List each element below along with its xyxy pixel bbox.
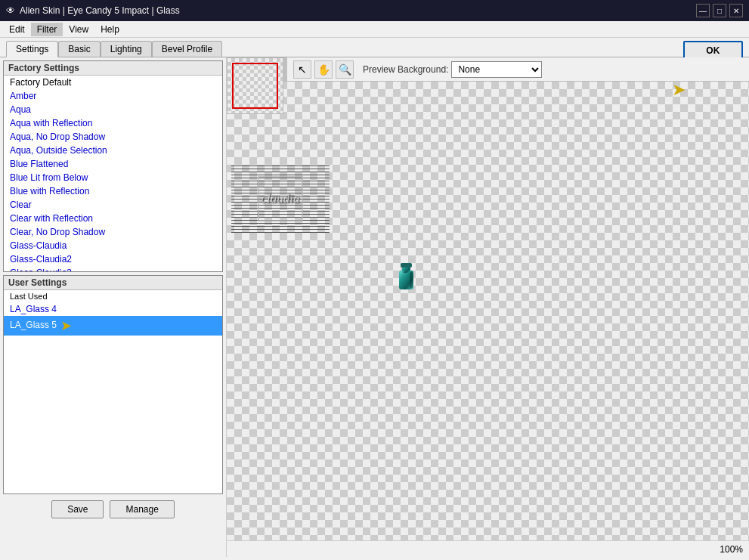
user-settings-header: User Settings <box>4 276 222 290</box>
menu-help[interactable]: Help <box>94 23 125 36</box>
zoom-tool-button[interactable]: 🔍 <box>336 60 354 79</box>
last-used-header: Last Used <box>4 290 222 302</box>
hand-tool-button[interactable]: ✋ <box>314 60 333 79</box>
app-icon: 👁 <box>6 5 15 16</box>
menu-edit[interactable]: Edit <box>3 23 31 36</box>
title-text: Alien Skin | Eye Candy 5 Impact | Glass <box>20 5 180 16</box>
svg-rect-4 <box>410 272 413 288</box>
la-glass5-label: LA_Glass 5 <box>10 320 57 330</box>
cursor-tool-button[interactable]: ↖ <box>293 60 311 79</box>
close-button[interactable]: ✕ <box>729 4 743 17</box>
save-button[interactable]: Save <box>51 500 104 518</box>
bottom-buttons: Save Manage <box>3 497 223 521</box>
list-item-aqua-outside[interactable]: Aqua, Outside Selection <box>4 144 222 157</box>
list-item-clear[interactable]: Clear <box>4 198 222 212</box>
right-panel: ↖ ✋ 🔍 Preview Background: None White Bla… <box>227 57 749 557</box>
right-toolbar: ↖ ✋ 🔍 Preview Background: None White Bla… <box>287 57 749 82</box>
left-panel: Factory Settings Factory Default Amber A… <box>0 57 227 557</box>
list-item-glass-claudia[interactable]: Glass-Claudia <box>4 239 222 252</box>
maximize-button[interactable]: □ <box>713 4 726 17</box>
list-item-blue-lit[interactable]: Blue Lit from Below <box>4 171 222 184</box>
title-bar-controls: — □ ✕ <box>696 4 743 17</box>
menu-view[interactable]: View <box>63 23 94 36</box>
main-content: Factory Settings Factory Default Amber A… <box>0 57 749 557</box>
tab-basic[interactable]: Basic <box>58 41 100 57</box>
list-item-la-glass4[interactable]: LA_Glass 4 <box>4 302 222 316</box>
list-item-aqua[interactable]: Aqua <box>4 103 222 116</box>
menu-bar: Edit Filter View Help <box>0 21 749 38</box>
manage-button[interactable]: Manage <box>110 500 174 518</box>
list-item-blue-reflection[interactable]: Blue with Reflection <box>4 184 222 198</box>
list-item-aqua-no-drop[interactable]: Aqua, No Drop Shadow <box>4 130 222 144</box>
tab-bevel-profile[interactable]: Bevel Profile <box>152 41 222 57</box>
tab-settings[interactable]: Settings <box>6 41 58 57</box>
glass-object <box>393 259 419 295</box>
factory-settings-list[interactable]: Factory Settings Factory Default Amber A… <box>3 60 223 272</box>
zoom-level: 100% <box>720 544 743 555</box>
svg-point-3 <box>400 271 406 281</box>
title-bar-title: 👁 Alien Skin | Eye Candy 5 Impact | Glas… <box>6 5 180 16</box>
minimize-button[interactable]: — <box>696 4 710 17</box>
claudia-watermark: claudia <box>231 165 330 233</box>
title-bar: 👁 Alien Skin | Eye Candy 5 Impact | Glas… <box>0 0 749 21</box>
status-bar: 100% <box>227 540 749 557</box>
user-settings-list[interactable]: User Settings Last Used LA_Glass 4 LA_Gl… <box>3 275 223 494</box>
list-item-la-glass5[interactable]: LA_Glass 5 ➤ <box>4 316 222 336</box>
thumbnail-border <box>232 63 278 109</box>
preview-bg-select[interactable]: None White Black Custom <box>451 61 542 78</box>
menu-filter[interactable]: Filter <box>31 23 63 36</box>
preview-area[interactable]: claudia <box>227 82 749 540</box>
glass-object-svg <box>393 259 419 293</box>
thumbnail-preview <box>227 57 283 114</box>
list-item-glass-claudia3[interactable]: Glass-Claudia3 <box>4 266 222 272</box>
ok-arrow-indicator: ➤ <box>672 80 686 100</box>
list-item-blue-flattened[interactable]: Blue Flattened <box>4 157 222 171</box>
claudia-text: claudia <box>262 191 300 206</box>
preview-bg-label: Preview Background: <box>363 64 448 75</box>
list-item-clear-no-drop[interactable]: Clear, No Drop Shadow <box>4 225 222 239</box>
list-item-clear-reflection[interactable]: Clear with Reflection <box>4 212 222 225</box>
tab-lighting[interactable]: Lighting <box>101 41 152 57</box>
list-item-glass-claudia2[interactable]: Glass-Claudia2 <box>4 252 222 266</box>
list-item-aqua-reflection[interactable]: Aqua with Reflection <box>4 116 222 130</box>
la-glass5-arrow-indicator: ➤ <box>60 317 72 334</box>
svg-rect-2 <box>401 263 412 268</box>
list-item-factory-default[interactable]: Factory Default <box>4 76 222 89</box>
factory-settings-header: Factory Settings <box>4 61 222 76</box>
list-item-amber[interactable]: Amber <box>4 89 222 103</box>
